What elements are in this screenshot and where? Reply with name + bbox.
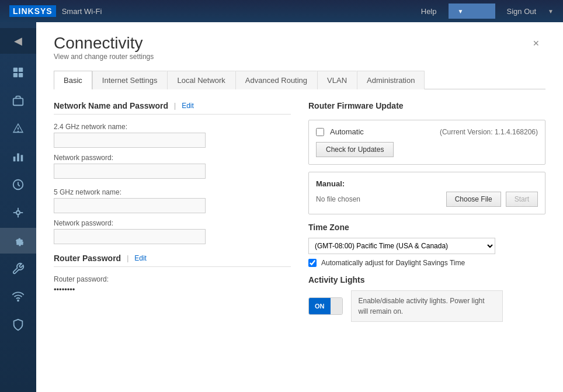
activity-lights-title: Activity Lights	[308, 275, 545, 285]
page-title: Connectivity	[54, 34, 545, 53]
tab-basic[interactable]: Basic	[54, 71, 92, 89]
app-name: Smart Wi-Fi	[62, 7, 102, 16]
top-bar: LINKSYS Smart Wi-Fi Help ▼ Sign Out ▼	[0, 0, 563, 22]
sidebar-item-settings[interactable]	[0, 228, 36, 254]
firmware-automatic-label: Automatic	[330, 127, 364, 136]
svg-rect-3	[19, 73, 23, 77]
tab-admin[interactable]: Administration	[357, 71, 425, 89]
field-5ghz-password-input[interactable]	[54, 229, 206, 244]
firmware-automatic-checkbox[interactable]	[316, 128, 324, 136]
sidebar-item-clock[interactable]	[0, 172, 36, 197]
content-area: ✕ Connectivity View and change router se…	[36, 22, 563, 392]
toggle-off-label	[331, 298, 342, 314]
sidebar-item-network[interactable]	[0, 200, 36, 226]
page-content: ✕ Connectivity View and change router se…	[36, 22, 563, 392]
sidebar-item-dashboard[interactable]	[0, 60, 36, 85]
linksys-logo: LINKSYS	[9, 5, 56, 17]
sidebar-item-shield[interactable]	[0, 312, 36, 338]
firmware-version: (Current Version: 1.1.4.168206)	[440, 128, 538, 136]
dropdown-arrow-icon: ▼	[458, 8, 464, 15]
page-header: ✕ Connectivity View and change router se…	[54, 34, 545, 61]
svg-point-14	[18, 300, 19, 301]
svg-rect-6	[17, 154, 19, 162]
user-dropdown[interactable]: ▼	[449, 4, 495, 19]
router-password-field: Router password: ••••••••	[54, 275, 291, 294]
choose-file-button[interactable]: Choose File	[446, 192, 501, 207]
network-edit-link[interactable]: Edit	[182, 102, 194, 110]
field-24ghz-password: Network password:	[54, 154, 291, 179]
dst-label: Automatically adjust for Daylight Saving…	[321, 259, 465, 267]
tab-routing[interactable]: Advanced Routing	[235, 71, 317, 89]
activity-toggle[interactable]: ON	[308, 297, 343, 315]
firmware-title: Router Firmware Update	[308, 101, 404, 110]
two-col-layout: Network Name and Password | Edit 2.4 GHz…	[54, 101, 545, 322]
firmware-manual-box: Manual: No file chosen Choose File Start	[308, 172, 545, 214]
activity-lights-section: Activity Lights ON Enable/disable activi…	[308, 275, 545, 322]
network-divider: |	[174, 102, 176, 110]
firmware-manual-row: No file chosen Choose File Start	[316, 192, 538, 207]
sidebar-back-button[interactable]: ◀	[0, 28, 36, 54]
tab-local[interactable]: Local Network	[167, 71, 235, 89]
left-column: Network Name and Password | Edit 2.4 GHz…	[54, 101, 291, 322]
sidebar-item-warning[interactable]	[0, 116, 36, 141]
router-password-title: Router Password	[54, 254, 121, 263]
router-password-section: Router Password | Edit Router password: …	[54, 254, 291, 294]
field-5ghz-password-label: Network password:	[54, 219, 291, 227]
svg-rect-0	[13, 68, 18, 72]
svg-rect-5	[13, 157, 16, 161]
signout-arrow-icon: ▼	[548, 8, 554, 15]
field-5ghz-name: 5 GHz network name:	[54, 188, 291, 213]
start-button[interactable]: Start	[506, 192, 538, 207]
field-5ghz-password: Network password:	[54, 219, 291, 244]
timezone-select[interactable]: (GMT-12:00) International Date Line West…	[308, 238, 495, 254]
svg-rect-7	[21, 155, 23, 161]
svg-rect-4	[13, 98, 23, 105]
network-24ghz-group: 2.4 GHz network name: Network password:	[54, 123, 291, 179]
tab-bar: Basic Internet Settings Local Network Ad…	[54, 70, 545, 89]
close-icon[interactable]: ✕	[533, 39, 540, 48]
network-5ghz-group: 5 GHz network name: Network password:	[54, 188, 291, 244]
router-password-value: ••••••••	[54, 285, 291, 294]
sidebar: ◀	[0, 22, 36, 392]
help-link[interactable]: Help	[421, 7, 437, 16]
activity-description: Enable/disable activity lights. Power li…	[351, 290, 503, 322]
router-password-edit[interactable]: Edit	[134, 254, 147, 262]
sidebar-item-wifi[interactable]	[0, 284, 36, 310]
svg-rect-1	[19, 68, 23, 72]
firmware-section-header: Router Firmware Update	[308, 101, 545, 114]
firmware-automatic-row: Automatic (Current Version: 1.1.4.168206…	[316, 127, 538, 136]
field-5ghz-name-label: 5 GHz network name:	[54, 188, 291, 196]
timezone-section: Time Zone (GMT-12:00) International Date…	[308, 223, 545, 267]
field-5ghz-name-input[interactable]	[54, 198, 206, 213]
tab-internet[interactable]: Internet Settings	[92, 71, 168, 89]
network-section-title: Network Name and Password	[54, 101, 168, 110]
main-layout: ◀	[0, 22, 563, 392]
network-section-header: Network Name and Password | Edit	[54, 101, 291, 115]
router-password-label: Router password:	[54, 275, 291, 283]
activity-lights-row: ON Enable/disable activity lights. Power…	[308, 290, 545, 322]
tab-vlan[interactable]: VLAN	[317, 71, 357, 89]
field-24ghz-name: 2.4 GHz network name:	[54, 123, 291, 148]
right-column: Router Firmware Update Automatic (Curren…	[308, 101, 545, 322]
dst-row: Automatically adjust for Daylight Saving…	[308, 259, 545, 267]
sidebar-item-tool[interactable]	[0, 256, 36, 282]
sidebar-item-chart[interactable]	[0, 144, 36, 169]
check-updates-button[interactable]: Check for Updates	[316, 142, 394, 157]
field-24ghz-password-input[interactable]	[54, 164, 206, 179]
timezone-title: Time Zone	[308, 223, 545, 232]
signout-link[interactable]: Sign Out	[507, 7, 537, 16]
field-24ghz-name-input[interactable]	[54, 133, 206, 148]
toggle-on-label: ON	[309, 298, 331, 314]
firmware-automatic-box: Automatic (Current Version: 1.1.4.168206…	[308, 120, 545, 165]
page-subtitle: View and change router settings	[54, 53, 545, 61]
firmware-manual-label: Manual:	[316, 179, 538, 188]
dst-checkbox[interactable]	[308, 259, 317, 267]
svg-rect-2	[13, 73, 18, 77]
top-right: Help ▼ Sign Out ▼	[421, 4, 554, 19]
field-24ghz-name-label: 2.4 GHz network name:	[54, 123, 291, 131]
no-file-text: No file chosen	[316, 195, 442, 203]
logo-area: LINKSYS Smart Wi-Fi	[9, 5, 102, 17]
svg-rect-9	[16, 211, 20, 214]
sidebar-item-briefcase[interactable]	[0, 88, 36, 113]
field-24ghz-password-label: Network password:	[54, 154, 291, 162]
